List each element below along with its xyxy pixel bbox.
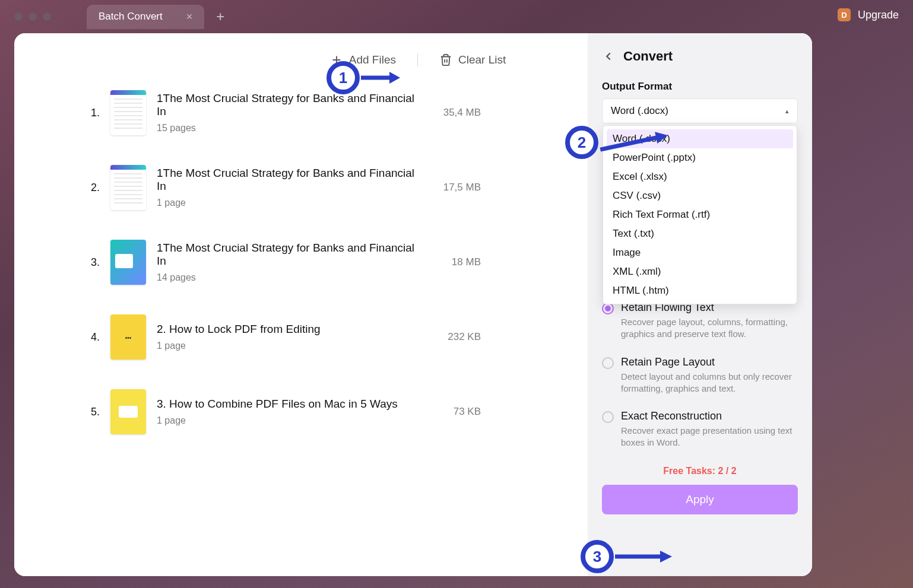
radio-icon xyxy=(602,357,614,369)
clear-list-label: Clear List xyxy=(458,53,506,66)
format-option[interactable]: CSV (.csv) xyxy=(607,186,793,205)
maximize-window-icon[interactable] xyxy=(43,12,51,21)
format-dropdown: Word (.docx) PowerPoint (.pptx) Excel (.… xyxy=(603,125,797,304)
file-row[interactable]: 3. 1The Most Crucial Strategy for Banks … xyxy=(88,240,564,285)
radio-title: Exact Reconstruction xyxy=(621,410,798,422)
side-panel: Convert Output Format Word (.docx) ▴ Wor… xyxy=(588,33,812,576)
tab-batch-convert[interactable]: Batch Convert × xyxy=(87,5,204,29)
radio-title: Retain Page Layout xyxy=(621,356,798,368)
format-option[interactable]: PowerPoint (.pptx) xyxy=(607,148,793,167)
minimize-window-icon[interactable] xyxy=(28,12,37,21)
tab-label: Batch Convert xyxy=(99,11,163,23)
file-index: 2. xyxy=(88,182,100,194)
file-thumbnail xyxy=(110,389,146,434)
traffic-lights[interactable] xyxy=(14,12,51,21)
radio-retain-flowing-text[interactable]: Retain Flowing Text Recover page layout,… xyxy=(602,301,798,341)
apply-button[interactable]: Apply xyxy=(602,485,798,514)
radio-exact-reconstruction[interactable]: Exact Reconstruction Recover exact page … xyxy=(602,410,798,449)
format-option[interactable]: XML (.xml) xyxy=(607,262,793,281)
file-thumbnail xyxy=(110,165,146,210)
file-size: 73 KB xyxy=(427,406,481,418)
clear-list-button[interactable]: Clear List xyxy=(439,53,506,66)
file-title: 1The Most Crucial Strategy for Banks and… xyxy=(157,167,417,193)
free-tasks-label: Free Tasks: 2 / 2 xyxy=(602,466,798,476)
titlebar: Batch Convert × + D Upgrade xyxy=(0,0,913,33)
file-row[interactable]: 5. 3. How to Combine PDF Files on Mac in… xyxy=(88,389,564,434)
layout-radio-group: Retain Flowing Text Recover page layout,… xyxy=(602,301,798,449)
divider xyxy=(417,53,418,66)
file-pages: 14 pages xyxy=(157,272,417,283)
file-size: 35,4 MB xyxy=(427,107,481,119)
side-title: Convert xyxy=(623,49,673,64)
close-window-icon[interactable] xyxy=(14,12,23,21)
file-row[interactable]: 1. 1The Most Crucial Strategy for Banks … xyxy=(88,90,564,135)
dropdown-caret-icon: ▴ xyxy=(785,107,789,115)
format-option[interactable]: Excel (.xlsx) xyxy=(607,167,793,186)
new-tab-button[interactable]: + xyxy=(216,8,224,25)
action-bar: Add Files Clear List xyxy=(272,53,564,90)
trash-icon xyxy=(439,53,452,66)
file-title: 1The Most Crucial Strategy for Banks and… xyxy=(157,241,417,268)
upgrade-button[interactable]: Upgrade xyxy=(858,9,899,21)
file-index: 4. xyxy=(88,331,100,344)
user-badge[interactable]: D xyxy=(838,8,851,21)
format-option[interactable]: Rich Text Format (.rtf) xyxy=(607,205,793,224)
format-option[interactable]: Word (.docx) xyxy=(607,129,793,148)
file-size: 17,5 MB xyxy=(427,182,481,193)
file-row[interactable]: 2. 1The Most Crucial Strategy for Banks … xyxy=(88,165,564,210)
file-index: 5. xyxy=(88,406,100,418)
radio-icon xyxy=(602,411,614,423)
radio-desc: Detect layout and columns but only recov… xyxy=(621,371,798,395)
format-option[interactable]: HTML (.htm) xyxy=(607,281,793,300)
radio-icon xyxy=(602,303,614,314)
file-index: 3. xyxy=(88,256,100,269)
close-tab-icon[interactable]: × xyxy=(186,11,193,23)
back-icon[interactable] xyxy=(602,50,615,63)
file-size: 18 MB xyxy=(427,256,481,268)
file-list: 1. 1The Most Crucial Strategy for Banks … xyxy=(58,90,564,434)
file-thumbnail xyxy=(110,90,146,135)
file-pages: 15 pages xyxy=(157,123,417,134)
main-panel: Add Files Clear List 1. 1The Most Crucia… xyxy=(14,33,588,576)
file-row[interactable]: 4. 2. How to Lock PDF from Editing 1 pag… xyxy=(88,314,564,360)
format-option[interactable]: Text (.txt) xyxy=(607,224,793,243)
output-format-select[interactable]: Word (.docx) ▴ Word (.docx) PowerPoint (… xyxy=(602,98,798,123)
file-title: 3. How to Combine PDF Files on Mac in 5 … xyxy=(157,398,417,411)
tab-bar: Batch Convert × + xyxy=(87,5,224,29)
selected-format: Word (.docx) xyxy=(611,105,668,117)
file-title: 1The Most Crucial Strategy for Banks and… xyxy=(157,92,417,118)
top-right-controls: D Upgrade xyxy=(838,8,899,21)
radio-retain-page-layout[interactable]: Retain Page Layout Detect layout and col… xyxy=(602,356,798,395)
file-title: 2. How to Lock PDF from Editing xyxy=(157,323,417,336)
file-pages: 1 page xyxy=(157,341,417,351)
format-option[interactable]: Image xyxy=(607,243,793,262)
radio-desc: Recover page layout, columns, formatting… xyxy=(621,316,798,341)
file-size: 232 KB xyxy=(427,331,481,343)
file-pages: 1 page xyxy=(157,415,417,426)
file-index: 1. xyxy=(88,107,100,119)
output-format-label: Output Format xyxy=(602,81,798,93)
add-files-button[interactable]: Add Files xyxy=(330,53,396,66)
app-shell: Add Files Clear List 1. 1The Most Crucia… xyxy=(14,33,812,576)
add-files-label: Add Files xyxy=(349,53,396,66)
plus-icon xyxy=(330,53,343,66)
file-thumbnail xyxy=(110,314,146,360)
file-thumbnail xyxy=(110,240,146,285)
file-pages: 1 page xyxy=(157,198,417,208)
radio-desc: Recover exact page presentation using te… xyxy=(621,425,798,449)
